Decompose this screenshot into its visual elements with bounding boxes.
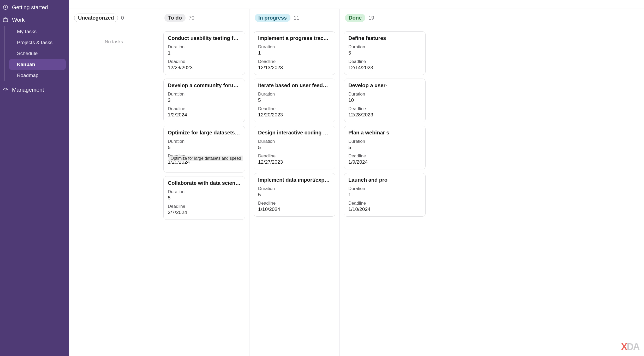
kanban-card[interactable]: Plan a webinar sDuration5Deadline1/9/202… xyxy=(344,126,426,169)
sidebar-item-roadmap[interactable]: Roadmap xyxy=(9,70,66,81)
duration-value: 5 xyxy=(168,195,241,201)
kanban-card[interactable]: Implement a progress trackin...Duration1… xyxy=(254,31,335,75)
deadline-label: Deadline xyxy=(258,201,331,206)
svg-line-4 xyxy=(5,89,7,90)
column-header: Done19 xyxy=(340,9,430,27)
kanban-card[interactable]: Design interactive coding exer...Duratio… xyxy=(254,126,335,169)
deadline-label: Deadline xyxy=(258,59,331,64)
card-title: Implement a progress trackin... xyxy=(258,35,331,41)
column-header: To do70 xyxy=(159,9,249,27)
duration-label: Duration xyxy=(348,186,421,191)
sidebar-work-subgroup: My tasks Projects & tasks Schedule Kanba… xyxy=(4,26,69,81)
column-header: In progress11 xyxy=(249,9,339,27)
sidebar-item-label: Projects & tasks xyxy=(17,40,52,45)
column-count: 70 xyxy=(189,15,194,21)
duration-label: Duration xyxy=(168,44,241,50)
sidebar-item-label: Roadmap xyxy=(17,73,38,78)
duration-value: 5 xyxy=(258,145,331,150)
duration-value: 1 xyxy=(348,192,421,198)
deadline-value: 1/2/2024 xyxy=(168,112,241,118)
column-status-pill[interactable]: Uncategorized xyxy=(74,14,118,22)
duration-value: 5 xyxy=(258,97,331,103)
sidebar-item-my-tasks[interactable]: My tasks xyxy=(9,26,66,37)
info-icon xyxy=(3,4,8,10)
deadline-label: Deadline xyxy=(258,153,331,159)
svg-point-2 xyxy=(5,6,6,7)
kanban-card[interactable]: Launch and proDuration1Deadline1/10/2024 xyxy=(344,173,426,217)
duration-value: 5 xyxy=(168,145,241,150)
card-title: Design interactive coding exer... xyxy=(258,130,331,136)
kanban-column: Done19Define featuresDuration5Deadline12… xyxy=(340,9,430,356)
deadline-value: 12/20/2023 xyxy=(258,112,331,118)
sidebar-item-label: Schedule xyxy=(17,51,38,56)
duration-label: Duration xyxy=(258,44,331,50)
card-title: Collaborate with data scientis... xyxy=(168,180,241,186)
deadline-label: Deadline xyxy=(348,201,421,206)
sidebar-item-projects-tasks[interactable]: Projects & tasks xyxy=(9,37,66,48)
column-header: Uncategorized0 xyxy=(69,9,159,27)
sidebar-item-getting-started[interactable]: Getting started xyxy=(0,1,69,14)
kanban-card[interactable]: Define featuresDuration5Deadline12/14/20… xyxy=(344,31,426,75)
column-body[interactable]: Define featuresDuration5Deadline12/14/20… xyxy=(340,27,430,356)
deadline-label: Deadline xyxy=(348,59,421,64)
deadline-label: Deadline xyxy=(168,106,241,111)
tooltip: Optimize for large datasets and speed xyxy=(169,156,243,161)
card-title: Plan a webinar s xyxy=(348,130,421,136)
sidebar: Getting started Work My tasks Projects &… xyxy=(0,0,69,356)
deadline-value: 2/7/2024 xyxy=(168,210,241,215)
duration-label: Duration xyxy=(258,186,331,191)
kanban-card[interactable]: Collaborate with data scientis...Duratio… xyxy=(163,176,245,220)
sidebar-item-label: Management xyxy=(12,87,44,93)
column-count: 11 xyxy=(294,15,299,21)
kanban-card[interactable]: Develop a community forum f...Duration3D… xyxy=(163,79,245,122)
card-title: Develop a user- xyxy=(348,82,421,88)
column-body[interactable]: Implement a progress trackin...Duration1… xyxy=(249,27,339,356)
sidebar-item-label: Getting started xyxy=(12,4,48,10)
duration-value: 10 xyxy=(348,97,421,103)
duration-value: 1 xyxy=(258,50,331,56)
duration-value: 5 xyxy=(258,192,331,198)
sidebar-item-kanban[interactable]: Kanban xyxy=(9,59,66,70)
kanban-card[interactable]: Conduct usability testing for c...Durati… xyxy=(163,31,245,75)
duration-value: 5 xyxy=(348,145,421,150)
sidebar-item-label: My tasks xyxy=(17,29,37,34)
column-status-pill[interactable]: To do xyxy=(164,14,186,22)
deadline-value: 12/28/2023 xyxy=(348,112,421,118)
gauge-icon xyxy=(3,87,8,93)
sidebar-item-work[interactable]: Work xyxy=(0,14,69,26)
kanban-card[interactable]: Iterate based on user feedback.Duration5… xyxy=(254,79,335,122)
deadline-value: 1/9/2024 xyxy=(348,159,421,165)
main: Uncategorized0No tasksTo do70Conduct usa… xyxy=(69,0,644,356)
deadline-label: Deadline xyxy=(258,106,331,111)
duration-label: Duration xyxy=(168,139,241,144)
topbar xyxy=(69,0,644,9)
sidebar-item-management[interactable]: Management xyxy=(0,84,69,96)
kanban-card[interactable]: Implement data import/export...Duration5… xyxy=(254,173,335,217)
svg-rect-3 xyxy=(3,19,8,22)
deadline-label: Deadline xyxy=(168,59,241,64)
column-status-pill[interactable]: In progress xyxy=(255,14,290,22)
deadline-value: 12/28/2023 xyxy=(168,65,241,70)
sidebar-item-label: Work xyxy=(12,17,25,23)
card-title: Develop a community forum f... xyxy=(168,82,241,88)
deadline-label: Deadline xyxy=(348,106,421,111)
card-title: Define features xyxy=(348,35,421,41)
duration-label: Duration xyxy=(258,92,331,97)
deadline-value: 12/27/2023 xyxy=(258,159,331,165)
duration-label: Duration xyxy=(168,92,241,97)
column-status-pill[interactable]: Done xyxy=(345,14,365,22)
kanban-card[interactable]: Develop a user-Duration10Deadline12/28/2… xyxy=(344,79,426,122)
column-body[interactable]: Conduct usability testing for c...Durati… xyxy=(159,27,249,356)
briefcase-icon xyxy=(3,17,8,23)
column-body[interactable]: No tasks xyxy=(69,27,159,356)
sidebar-item-schedule[interactable]: Schedule xyxy=(9,48,66,59)
card-title: Implement data import/export... xyxy=(258,177,331,183)
column-count: 0 xyxy=(121,15,124,21)
empty-state: No tasks xyxy=(73,31,155,45)
deadline-label: Deadline xyxy=(348,153,421,159)
deadline-value: 12/13/2023 xyxy=(258,65,331,70)
kanban-card[interactable]: Optimize for large datasets an...Duratio… xyxy=(163,126,245,173)
deadline-value: 1/10/2024 xyxy=(258,206,331,212)
duration-label: Duration xyxy=(258,139,331,144)
kanban-column: To do70Conduct usability testing for c..… xyxy=(159,9,249,356)
